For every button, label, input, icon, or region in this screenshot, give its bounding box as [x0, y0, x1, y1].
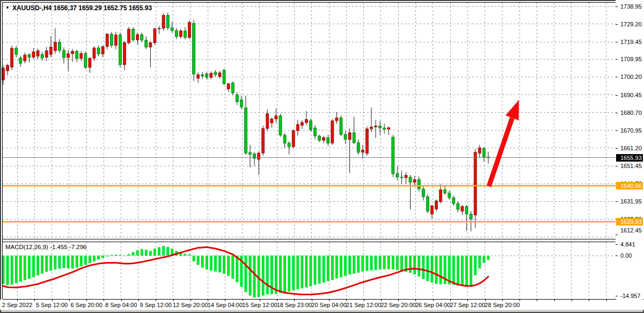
main-pane-bottom-border [3, 239, 616, 239]
candle [166, 15, 169, 27]
macd-histogram-bar [409, 256, 412, 273]
candle [153, 28, 156, 42]
time-axis-tick [572, 300, 572, 301]
candle [275, 116, 277, 119]
macd-histogram-bar [314, 256, 317, 285]
price-axis-tick [616, 201, 618, 202]
macd-histogram-bar [426, 256, 429, 281]
candle [132, 29, 135, 40]
time-axis-tick [364, 300, 364, 301]
macd-histogram-bar [288, 256, 290, 292]
macd-histogram-bar [365, 256, 368, 271]
macd-histogram-bar [218, 256, 221, 272]
macd-histogram-bar [244, 256, 247, 292]
macd-histogram-bar [465, 256, 468, 286]
candle [405, 176, 407, 178]
time-axis-tick [433, 300, 434, 301]
macd-axis-min: -14.957 [620, 293, 640, 299]
macd-histogram-bar [132, 252, 135, 256]
macd-histogram-bar [201, 256, 204, 268]
time-axis-tick [17, 300, 18, 301]
candle [400, 177, 403, 178]
macd-histogram-bar [62, 256, 65, 268]
candle [262, 128, 265, 153]
candle [296, 125, 299, 131]
candle [141, 35, 143, 40]
candle [266, 114, 269, 129]
macd-histogram-bar [422, 256, 425, 279]
price-axis-tick [616, 6, 618, 7]
macd-histogram-bar [318, 256, 321, 283]
time-axis-tick [121, 300, 122, 301]
price-axis-tick [616, 113, 618, 113]
macd-histogram-bar [97, 256, 100, 260]
macd-histogram-bar [331, 256, 334, 280]
time-axis-label: 18 Sep 23:00 [277, 302, 312, 308]
macd-histogram-bar [84, 256, 87, 265]
time-axis-label: 22 Sep 20:00 [380, 302, 415, 308]
candle [197, 75, 200, 78]
time-axis-label: 27 Sep 12:00 [450, 302, 485, 308]
candle [365, 129, 368, 154]
price-chart[interactable] [3, 3, 616, 239]
macd-histogram-bar [49, 256, 52, 271]
time-axis[interactable]: 2 Sep 20225 Sep 12:006 Sep 20:008 Sep 04… [0, 300, 644, 310]
candle [292, 130, 295, 147]
time-axis-tick [156, 300, 156, 301]
macd-histogram-bar [114, 254, 117, 256]
price-axis-label: 1612.45 [620, 227, 642, 234]
time-axis-label: 20 Sep 04:00 [311, 302, 346, 308]
price-axis-label: 1680.70 [620, 110, 642, 116]
macd-histogram-bar [210, 256, 213, 271]
candle [24, 55, 26, 61]
price-axis-label: 1661.20 [620, 145, 642, 151]
candle [206, 74, 208, 77]
candle [375, 126, 377, 127]
macd-histogram-bar [470, 256, 472, 285]
time-axis-tick [277, 300, 277, 301]
price-axis-tick [616, 24, 618, 25]
trend-arrow-shaft[interactable] [489, 118, 512, 186]
macd-histogram-bar [248, 256, 251, 296]
candle [392, 137, 394, 173]
macd-histogram-bar [301, 256, 303, 288]
candle [357, 143, 360, 152]
candle [461, 207, 464, 212]
candle [145, 40, 148, 47]
time-axis-label: 15 Sep 12:00 [242, 302, 277, 308]
candle [236, 94, 238, 101]
time-axis-tick [104, 300, 104, 301]
candle [478, 148, 481, 153]
time-axis-label: 6 Sep 20:00 [70, 302, 102, 308]
macd-histogram-bar [383, 256, 386, 269]
macd-histogram-bar [58, 256, 61, 268]
chevron-down-icon: ▼ [5, 5, 10, 11]
candle [97, 48, 100, 54]
candle [279, 116, 282, 135]
time-axis-label: 5 Sep 12:00 [36, 302, 68, 308]
macd-histogram-bar [335, 256, 338, 279]
chart-title: ▼ XAUUSD-,H4 1656.37 1659.29 1652.75 165… [5, 4, 152, 12]
macd-histogram-bar [41, 256, 43, 274]
macd-histogram-bar [193, 256, 195, 261]
candle [171, 28, 173, 31]
candle [32, 52, 35, 57]
time-axis-label: 26 Sep 04:00 [415, 302, 450, 308]
macd-histogram-bar [45, 256, 48, 272]
candle [413, 179, 416, 182]
macd-histogram-bar [392, 256, 394, 270]
candle [67, 54, 70, 57]
macd-histogram-bar [370, 256, 372, 271]
macd-panel[interactable] [3, 242, 616, 299]
candle [184, 31, 186, 38]
candle [283, 135, 286, 143]
candle [396, 173, 399, 177]
macd-histogram-bar [361, 256, 364, 272]
trend-arrow-head [506, 100, 519, 120]
price-axis-label: 1719.45 [620, 39, 642, 45]
macd-histogram-bar [262, 256, 265, 296]
candle [440, 190, 442, 201]
time-axis-tick [502, 300, 503, 301]
candle [218, 73, 221, 77]
macd-histogram-bar [15, 256, 18, 283]
